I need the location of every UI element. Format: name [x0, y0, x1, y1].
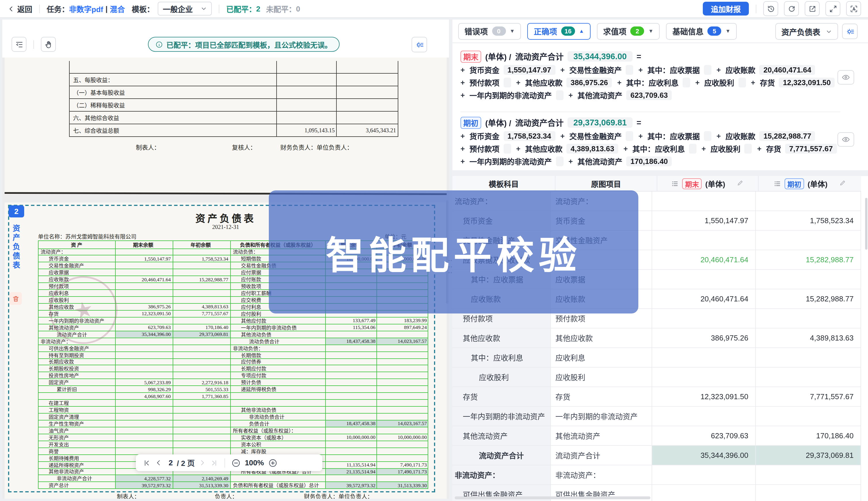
mapping-row[interactable]: 其中：应收利息 应收利息 [452, 348, 861, 367]
edit-icon[interactable] [737, 179, 744, 188]
back-button[interactable]: 返回 [8, 3, 32, 14]
balance-sheet-row: 固定资产 5,067,233.89 2,272,916.18 预计负债 [38, 379, 428, 386]
add-report-button[interactable]: 追加财报 [703, 2, 749, 15]
mapping-row[interactable]: 其他应收款 其他应收款 386,975.26 4,389,813.63 [452, 329, 861, 348]
period-begin-value[interactable]: 4,389,813.63 [810, 334, 854, 342]
term-value[interactable]: 12,323,091.50 [779, 78, 835, 87]
period-begin-value[interactable]: 170,186.40 [816, 431, 854, 440]
formula-term: +应收账款20,460,471.64 [716, 64, 815, 75]
period-end-value[interactable]: 20,460,471.64 [701, 295, 748, 303]
panel-horizontal-scrollbar[interactable] [455, 497, 650, 499]
total-value[interactable]: 35,344,396.00 [567, 51, 632, 62]
term-value[interactable] [683, 78, 690, 87]
status-pill-text: 已配平：项目已全部匹配到模板，且公式校验无误。 [166, 39, 332, 50]
mapping-row[interactable]: 应收股利 应收股利 [452, 367, 861, 387]
next-page-icon[interactable] [199, 459, 206, 467]
text-recognition-icon[interactable] [846, 1, 861, 16]
trash-icon[interactable] [9, 292, 22, 305]
term-value[interactable]: 7,771,557.67 [785, 144, 837, 153]
hand-icon[interactable] [41, 37, 56, 52]
term-value[interactable] [704, 65, 711, 75]
asset-label: 流动资产： [38, 248, 66, 256]
period-end-value[interactable]: 20,460,471.64 [701, 255, 748, 264]
asset-label: 生产性生物资产 [38, 420, 84, 427]
term-value[interactable]: 4,389,813.63 [566, 144, 618, 153]
mapping-row[interactable]: 存货 存货 12,323,091.50 7,771,557.67 [452, 387, 861, 407]
sheet-type-select[interactable]: 资产负债表 [775, 23, 838, 40]
term-value[interactable] [738, 78, 746, 87]
history-icon[interactable] [763, 1, 778, 16]
liability-label: 非流动负债合计 [231, 413, 284, 420]
task-name-link[interactable]: 非数字pdf [69, 3, 103, 14]
match-settings-icon[interactable] [411, 37, 427, 52]
last-page-icon[interactable] [210, 459, 218, 467]
period-end-value[interactable]: 623,709.63 [711, 431, 748, 440]
term-value[interactable] [503, 78, 511, 87]
visibility-icon[interactable] [837, 70, 854, 85]
term-value[interactable]: 15,282,988.77 [760, 131, 815, 141]
term-value[interactable] [503, 144, 511, 153]
zoom-in-icon[interactable] [268, 458, 277, 467]
term-value[interactable]: 20,460,471.64 [760, 65, 815, 75]
asset-label: 递延所得税资产 [38, 461, 84, 469]
mapping-row[interactable]: 一年内到期的非流动资产 一年内到期的非流动资产 [452, 407, 861, 426]
term-value[interactable]: 386,975.26 [566, 78, 612, 87]
panel-scrollbar[interactable] [865, 198, 867, 249]
filter-button[interactable]: 求值项 2 ▼ [597, 23, 660, 40]
period-begin-value[interactable]: 1,758,523.34 [810, 216, 854, 225]
list-icon[interactable] [671, 180, 679, 187]
total-value[interactable]: 29,373,069.81 [567, 117, 632, 128]
term-value[interactable]: 623,709.63 [626, 90, 672, 100]
period-begin-value[interactable]: 7,771,557.67 [810, 392, 854, 401]
period-begin-value[interactable]: 29,373,069.81 [806, 451, 854, 460]
matched-label: 已配平： [226, 3, 256, 14]
balance-sheet-row: 可供出售金融资产 非流动负债： [38, 344, 428, 351]
mapping-row[interactable]: 其他流动资产 其他流动资产 623,709.63 170,186.40 [452, 426, 861, 446]
fullscreen-icon[interactable] [825, 1, 840, 16]
term-value[interactable] [556, 90, 563, 100]
template-select[interactable]: 一般企业 [158, 2, 212, 15]
term-value[interactable]: 1,550,147.97 [503, 65, 555, 75]
balance-sheet-row: 无形资产 实收资本（或股本） 10,000,000.00 10,000,000.… [38, 434, 428, 441]
open-external-icon[interactable] [805, 1, 820, 16]
term-value[interactable]: 170,186.40 [626, 157, 672, 166]
liability-label: 实收资本（或股本） [231, 434, 286, 441]
current-page[interactable]: 2 [169, 458, 173, 467]
formula-term: +货币资金1,550,147.97 [460, 64, 555, 75]
term-value[interactable] [689, 144, 696, 153]
mapping-row[interactable]: 流动资产合计 流动资产合计 35,344,396.00 29,373,069.8… [452, 446, 861, 465]
sheet-side-tab[interactable]: 资产负债表 [10, 224, 21, 270]
period-end-value[interactable]: 386,975.26 [711, 334, 748, 342]
period-end-value[interactable]: 35,344,396.00 [701, 451, 748, 460]
zoom-out-icon[interactable] [232, 458, 241, 467]
sheet-type-value: 资产负债表 [781, 25, 820, 37]
refresh-icon[interactable] [784, 1, 799, 16]
edit-icon[interactable] [839, 179, 846, 188]
term-value[interactable] [626, 65, 633, 75]
term-value[interactable] [704, 131, 711, 141]
match-settings-icon[interactable] [842, 24, 858, 39]
period-end-value[interactable]: 12,323,091.50 [701, 392, 748, 401]
liability-label: 减：库存股 [231, 447, 266, 455]
term-value[interactable] [556, 157, 563, 166]
period-end-value[interactable]: 1,550,147.97 [704, 216, 748, 225]
list-icon[interactable] [774, 180, 781, 187]
term-value[interactable] [626, 131, 633, 141]
task-type-link[interactable]: 混合 [110, 3, 125, 14]
prev-page-icon[interactable] [155, 459, 162, 467]
period-begin-value[interactable]: 15,282,988.77 [806, 295, 854, 303]
outline-icon[interactable] [11, 37, 27, 52]
balance-sheet-row: 长期应收款 应付债券 [38, 358, 428, 365]
term-label: 其中：应收利息 [632, 143, 685, 154]
filter-button[interactable]: 错误项 0 ▼ [458, 23, 521, 40]
visibility-icon[interactable] [837, 132, 854, 147]
filter-button[interactable]: 基础信息 5 ▼ [666, 23, 737, 40]
term-value[interactable] [744, 144, 752, 153]
period-begin-value[interactable]: 15,282,988.77 [806, 255, 854, 264]
balance-sheet-row: 累计折旧 998,326.29 501,555.33 递延所得税负债 [38, 386, 428, 393]
liability-label: 专项应付款 [231, 372, 266, 379]
mapping-row[interactable]: 非流动资产： 非流动资产： [452, 465, 861, 485]
term-value[interactable]: 1,758,523.34 [503, 131, 555, 141]
first-page-icon[interactable] [143, 459, 151, 467]
filter-button[interactable]: 正确项 16 ▲ [527, 23, 590, 40]
